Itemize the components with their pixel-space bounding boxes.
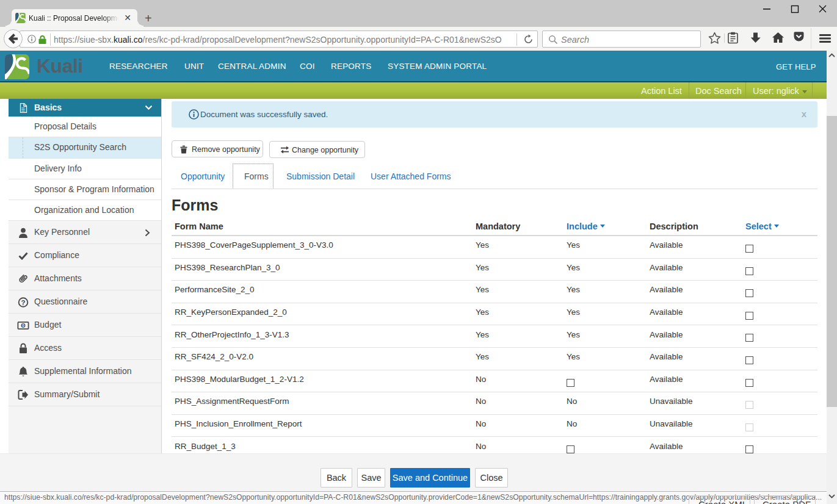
svg-text:?: ? <box>21 299 25 306</box>
svg-text:0: 0 <box>22 323 24 328</box>
